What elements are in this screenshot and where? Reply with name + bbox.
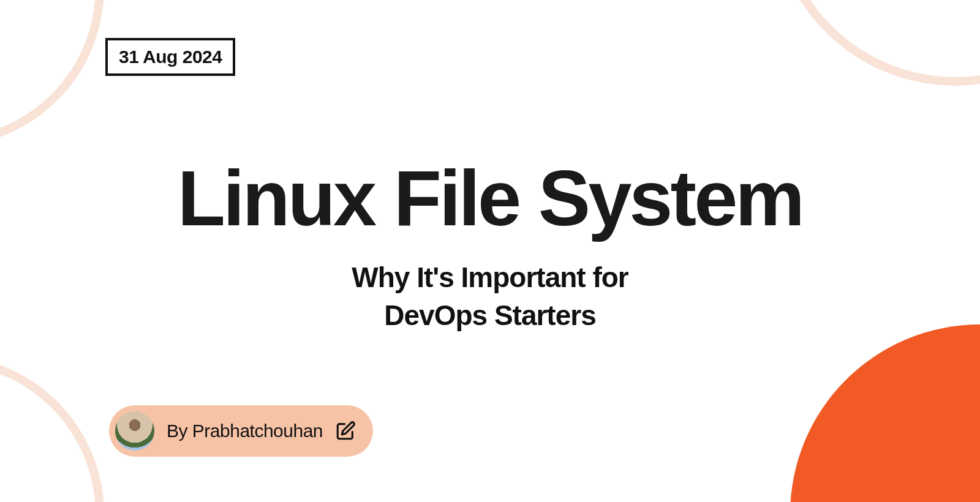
decorative-circle-bottom-left [0,355,104,502]
decorative-circle-top-left [0,0,104,147]
page-title: Linux File System [0,159,980,238]
page-subtitle: Why It's Important for DevOps Starters [0,258,980,334]
subtitle-line-2: DevOps Starters [0,296,980,334]
author-avatar [115,411,154,451]
decorative-blob-bottom-right [790,324,980,502]
decorative-circle-top-right [772,0,980,86]
subtitle-line-1: Why It's Important for [0,258,980,296]
headline-block: Linux File System Why It's Important for… [0,159,980,334]
date-badge: 31 Aug 2024 [105,38,235,76]
author-byline: By Prabhatchouhan [167,421,323,441]
author-pill: By Prabhatchouhan [109,405,373,457]
date-text: 31 Aug 2024 [119,47,222,67]
edit-icon [335,421,356,441]
